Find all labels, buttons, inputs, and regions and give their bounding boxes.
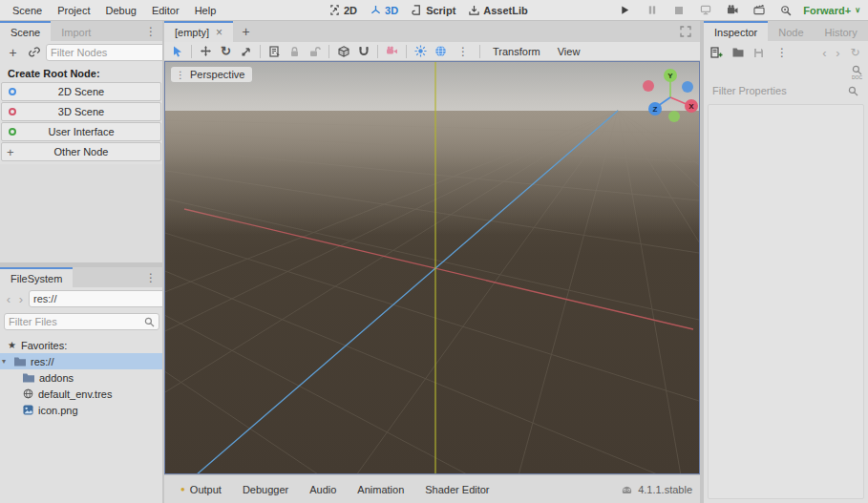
expand-viewport-icon[interactable] bbox=[676, 23, 694, 40]
tree-row-icon-png[interactable]: icon.png bbox=[0, 402, 162, 418]
script-icon bbox=[412, 5, 422, 15]
scene-tab-empty[interactable]: [empty] × bbox=[164, 21, 233, 42]
pause-button[interactable] bbox=[643, 2, 661, 19]
snap-toggle-icon[interactable] bbox=[354, 43, 372, 60]
tab-filesystem[interactable]: FileSystem bbox=[0, 267, 73, 287]
node3d-icon bbox=[9, 108, 16, 115]
create-3d-scene-button[interactable]: 3D Scene bbox=[1, 102, 161, 121]
filter-properties-input[interactable] bbox=[712, 85, 848, 96]
instance-scene-icon[interactable] bbox=[25, 44, 43, 61]
scene-tab-bar: [empty] × + bbox=[164, 21, 700, 42]
menu-debug[interactable]: Debug bbox=[98, 3, 142, 18]
filesystem-filter-row bbox=[0, 310, 162, 333]
new-resource-icon[interactable] bbox=[708, 44, 726, 61]
transform-menu[interactable]: Transform bbox=[485, 46, 548, 57]
folder-icon bbox=[23, 373, 34, 383]
assetlib-download-icon bbox=[469, 5, 479, 15]
filter-files-search bbox=[4, 313, 159, 330]
workspace-assetlib[interactable]: AssetLib bbox=[469, 5, 527, 16]
tab-inspector[interactable]: Inspector bbox=[704, 21, 768, 41]
remote-debug-icon[interactable] bbox=[696, 2, 714, 19]
playback-controls: Forward+ ∨ bbox=[616, 2, 860, 19]
new-scene-tab-button[interactable]: + bbox=[237, 23, 255, 40]
scale-tool-icon[interactable] bbox=[237, 43, 255, 60]
menu-project[interactable]: Project bbox=[51, 3, 96, 18]
preview-settings-menu-icon[interactable]: ⋮ bbox=[452, 45, 475, 58]
menu-scene[interactable]: Scene bbox=[6, 3, 49, 18]
local-space-icon[interactable] bbox=[334, 43, 352, 60]
audio-tab[interactable]: Audio bbox=[301, 481, 345, 498]
3d-viewport[interactable]: Y X Z ⋮ Perspective bbox=[164, 61, 700, 474]
save-resource-icon[interactable] bbox=[750, 44, 768, 61]
tree-row-addons[interactable]: addons bbox=[0, 369, 162, 386]
movie-maker-icon[interactable] bbox=[776, 2, 794, 19]
inspector-filter-row bbox=[704, 79, 868, 102]
tree-row-default-env[interactable]: default_env.tres bbox=[0, 386, 162, 402]
filter-nodes-search bbox=[46, 44, 162, 61]
debugger-tab[interactable]: Debugger bbox=[234, 481, 297, 498]
stop-button[interactable] bbox=[669, 2, 688, 19]
scene-toolbar: + ⋮ bbox=[0, 41, 162, 64]
history-back-icon[interactable]: ‹ bbox=[4, 290, 13, 307]
lock-icon[interactable] bbox=[286, 43, 304, 60]
play-custom-scene-button[interactable] bbox=[750, 2, 768, 19]
perspective-button[interactable]: ⋮ Perspective bbox=[171, 67, 252, 82]
workspace-script[interactable]: Script bbox=[412, 5, 455, 16]
inspector-back-icon[interactable]: ‹ bbox=[819, 44, 830, 61]
scene-dock-menu-icon[interactable]: ⋮ bbox=[139, 21, 162, 41]
object-history-icon[interactable]: ↻ bbox=[846, 44, 864, 61]
select-tool-icon[interactable] bbox=[168, 43, 186, 60]
animation-tab[interactable]: Animation bbox=[349, 481, 413, 498]
output-tab[interactable]: ● Output bbox=[172, 481, 230, 498]
favorites-row[interactable]: ★ Favorites: bbox=[0, 337, 162, 353]
load-resource-icon[interactable] bbox=[729, 44, 747, 61]
main-menus: Scene Project Debug Editor Help bbox=[0, 3, 222, 18]
create-2d-scene-button[interactable]: 2D Scene bbox=[1, 82, 161, 101]
top-menu-bar: Scene Project Debug Editor Help 2D 3D Sc… bbox=[0, 0, 868, 21]
folder-icon bbox=[14, 357, 26, 367]
preview-sun-icon[interactable] bbox=[412, 43, 430, 60]
gizmo-neg-x-ball[interactable] bbox=[643, 80, 654, 92]
workspace-2d[interactable]: 2D bbox=[329, 5, 357, 16]
shader-editor-tab[interactable]: Shader Editor bbox=[416, 481, 498, 498]
view-menu[interactable]: View bbox=[550, 46, 588, 57]
move-tool-icon[interactable] bbox=[197, 43, 215, 60]
workspace-3d[interactable]: 3D bbox=[370, 5, 398, 16]
menu-editor[interactable]: Editor bbox=[145, 3, 186, 18]
resource-options-icon[interactable]: ⋮ bbox=[771, 46, 794, 59]
tree-row-res[interactable]: ▾ res:// bbox=[0, 353, 162, 369]
open-documentation-icon[interactable]: DOC bbox=[852, 65, 862, 79]
camera-preview-icon[interactable] bbox=[383, 43, 401, 60]
preview-environment-icon[interactable] bbox=[432, 43, 450, 60]
tab-node[interactable]: Node bbox=[768, 21, 814, 41]
filter-files-input[interactable] bbox=[9, 316, 144, 327]
path-input[interactable] bbox=[33, 293, 162, 304]
rotate-tool-icon[interactable]: ↻ bbox=[217, 43, 235, 60]
add-node-button[interactable]: + bbox=[4, 44, 22, 61]
star-icon: ★ bbox=[8, 340, 16, 350]
close-tab-icon[interactable]: × bbox=[216, 26, 222, 39]
inspector-forward-icon[interactable]: › bbox=[833, 44, 843, 61]
center-column: [empty] × + ↻ ⋮ T bbox=[164, 21, 700, 503]
menu-help[interactable]: Help bbox=[188, 3, 223, 18]
gizmo-neg-y-ball[interactable] bbox=[668, 111, 680, 122]
scene-tree-empty-area[interactable] bbox=[0, 164, 162, 262]
tab-scene[interactable]: Scene bbox=[0, 21, 51, 41]
tab-history[interactable]: History bbox=[815, 21, 868, 41]
play-button[interactable] bbox=[616, 2, 634, 19]
history-forward-icon[interactable]: › bbox=[16, 290, 26, 307]
unlock-icon[interactable] bbox=[306, 43, 324, 60]
version-badge[interactable]: 4.1.1.stable bbox=[621, 484, 692, 495]
tab-import[interactable]: Import bbox=[51, 21, 101, 41]
renderer-dropdown[interactable]: Forward+ ∨ bbox=[803, 5, 860, 16]
list-select-tool-icon[interactable] bbox=[265, 43, 284, 60]
create-user-interface-button[interactable]: User Interface bbox=[1, 122, 161, 141]
gizmo-neg-z-ball[interactable] bbox=[682, 81, 693, 93]
current-path-field bbox=[29, 290, 162, 307]
filesystem-dock-menu-icon[interactable]: ⋮ bbox=[139, 267, 162, 287]
create-other-node-button[interactable]: + Other Node bbox=[1, 142, 161, 161]
caret-down-icon[interactable]: ▾ bbox=[2, 357, 10, 366]
play-scene-button[interactable] bbox=[723, 2, 741, 19]
filter-nodes-input[interactable] bbox=[51, 47, 162, 58]
image-file-icon bbox=[23, 405, 33, 415]
